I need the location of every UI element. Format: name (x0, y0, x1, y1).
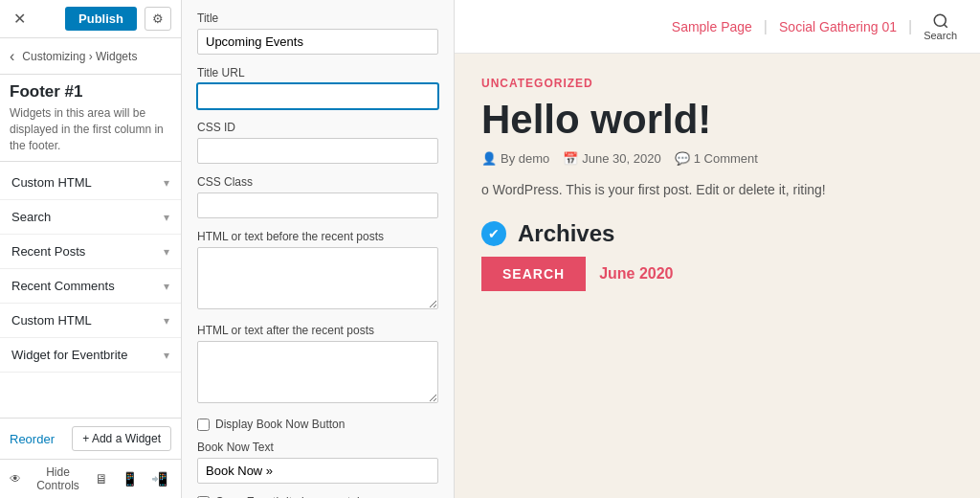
search-label: Search (924, 30, 957, 41)
archives-icon: ✔ (481, 221, 506, 246)
title-input[interactable] (197, 29, 438, 55)
widget-recent-posts[interactable]: Recent Posts ▾ (0, 235, 181, 269)
meta-date: 📅 June 30, 2020 (563, 151, 660, 166)
calendar-icon: 📅 (563, 151, 578, 166)
post-excerpt: o WordPress. This is your first post. Ed… (481, 179, 953, 200)
archives-title: Archives (518, 220, 614, 247)
nav-social-gathering[interactable]: Social Gathering 01 (779, 19, 897, 34)
top-bar: ✕ Publish ⚙ (0, 0, 181, 38)
title-field-group: Title (197, 11, 438, 55)
post-title: Hello world! (481, 98, 953, 142)
nav-bar: ‹ Customizing › Widgets (0, 38, 181, 75)
chevron-down-icon: ▾ (164, 349, 169, 362)
breadcrumb-widgets[interactable]: Widgets (96, 50, 137, 63)
add-widget-button[interactable]: + Add a Widget (72, 426, 171, 451)
search-box-area: SEARCH June 2020 (481, 257, 953, 291)
chevron-down-icon: ▾ (164, 245, 169, 259)
widget-custom-html-1[interactable]: Custom HTML ▾ (0, 166, 181, 200)
preview-panel: Sample Page | Social Gathering 01 | Sear… (455, 0, 980, 498)
chevron-down-icon: ▾ (164, 176, 169, 190)
breadcrumb: Customizing › Widgets (22, 50, 137, 63)
footer-area-title: Footer #1 (0, 75, 181, 105)
display-book-now-row: Display Book Now Button (197, 418, 438, 431)
desktop-icon-button[interactable]: 🖥 (91, 469, 112, 488)
archive-month: June 2020 (599, 265, 673, 283)
chevron-down-icon: ▾ (164, 211, 169, 224)
book-now-text-group: Book Now Text (197, 441, 438, 484)
css-class-input[interactable] (197, 192, 438, 218)
post-category: UNCATEGORIZED (481, 77, 953, 90)
nav-sample-page[interactable]: Sample Page (672, 19, 752, 34)
book-now-text-label: Book Now Text (197, 441, 438, 454)
html-after-label: HTML or text after the recent posts (197, 324, 438, 337)
bottom-bar: Reorder + Add a Widget (0, 418, 181, 459)
eye-icon: 👁 (10, 472, 21, 486)
widget-form-panel: Title Title URL CSS ID CSS Class HTML or… (182, 0, 455, 498)
html-before-textarea[interactable] (197, 247, 438, 309)
hide-controls-button[interactable]: 👁 Hide Controls (10, 465, 91, 492)
search-button[interactable]: Search (924, 12, 957, 41)
controls-footer: 👁 Hide Controls 🖥 📱 📲 (0, 459, 181, 498)
display-book-now-label[interactable]: Display Book Now Button (215, 418, 345, 431)
user-icon: 👤 (481, 151, 497, 166)
widget-search[interactable]: Search ▾ (0, 200, 181, 235)
html-before-label: HTML or text before the recent posts (197, 230, 438, 243)
nav-separator-2: | (908, 18, 912, 35)
book-now-text-input[interactable] (197, 458, 438, 484)
mobile-icon-button[interactable]: 📲 (147, 469, 171, 488)
site-header: Sample Page | Social Gathering 01 | Sear… (455, 0, 980, 54)
title-url-label: Title URL (197, 66, 438, 79)
site-content: UNCATEGORIZED Hello world! 👤 By demo 📅 J… (455, 54, 980, 498)
nav-separator: | (764, 18, 768, 35)
css-class-label: CSS Class (197, 175, 438, 189)
widget-recent-comments[interactable]: Recent Comments ▾ (0, 269, 181, 304)
chevron-down-icon: ▾ (164, 280, 169, 293)
title-label: Title (197, 11, 438, 25)
svg-point-0 (934, 14, 946, 26)
archives-section: ✔ Archives (481, 220, 953, 247)
footer-area-desc: Widgets in this area will be displayed i… (0, 105, 181, 162)
left-panel: ✕ Publish ⚙ ‹ Customizing › Widgets Foot… (0, 0, 182, 498)
tablet-icon-button[interactable]: 📱 (118, 469, 142, 488)
svg-line-1 (944, 24, 947, 27)
meta-comments: 💬 1 Comment (675, 151, 758, 166)
reorder-button[interactable]: Reorder (10, 432, 55, 446)
comment-icon: 💬 (675, 151, 690, 166)
meta-author: 👤 By demo (481, 151, 549, 166)
search-submit-button[interactable]: SEARCH (481, 257, 586, 291)
back-button[interactable]: ‹ (10, 48, 14, 65)
title-url-field-group: Title URL (197, 66, 438, 109)
device-icons: 🖥 📱 📲 (91, 469, 171, 488)
breadcrumb-customizing[interactable]: Customizing (22, 50, 85, 63)
css-id-label: CSS ID (197, 121, 438, 134)
html-before-field-group: HTML or text before the recent posts (197, 230, 438, 312)
widget-list: Custom HTML ▾ Search ▾ Recent Posts ▾ Re… (0, 162, 181, 418)
widget-custom-html-2[interactable]: Custom HTML ▾ (0, 304, 181, 338)
css-class-field-group: CSS Class (197, 175, 438, 218)
search-icon (932, 12, 949, 30)
post-meta: 👤 By demo 📅 June 30, 2020 💬 1 Comment (481, 151, 953, 166)
title-url-input[interactable] (197, 83, 438, 109)
display-book-now-checkbox[interactable] (197, 419, 210, 431)
chevron-down-icon: ▾ (164, 314, 169, 328)
close-button[interactable]: ✕ (10, 10, 30, 28)
html-after-field-group: HTML or text after the recent posts (197, 324, 438, 406)
publish-button[interactable]: Publish (65, 7, 137, 31)
gear-button[interactable]: ⚙ (145, 7, 171, 31)
css-id-field-group: CSS ID (197, 121, 438, 164)
widget-eventbrite[interactable]: Widget for Eventbrite ▾ (0, 338, 181, 373)
css-id-input[interactable] (197, 138, 438, 164)
html-after-textarea[interactable] (197, 341, 438, 403)
